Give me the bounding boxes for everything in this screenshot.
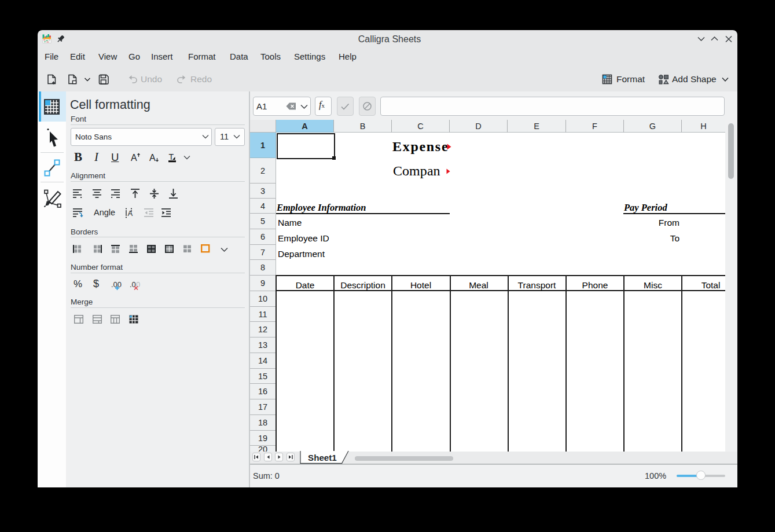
svg-text:A: A: [128, 209, 133, 218]
svg-text:A: A: [149, 153, 156, 163]
svg-text:T: T: [169, 152, 174, 162]
svg-text:Sheet1: Sheet1: [308, 453, 337, 463]
svg-text:A: A: [131, 153, 137, 163]
